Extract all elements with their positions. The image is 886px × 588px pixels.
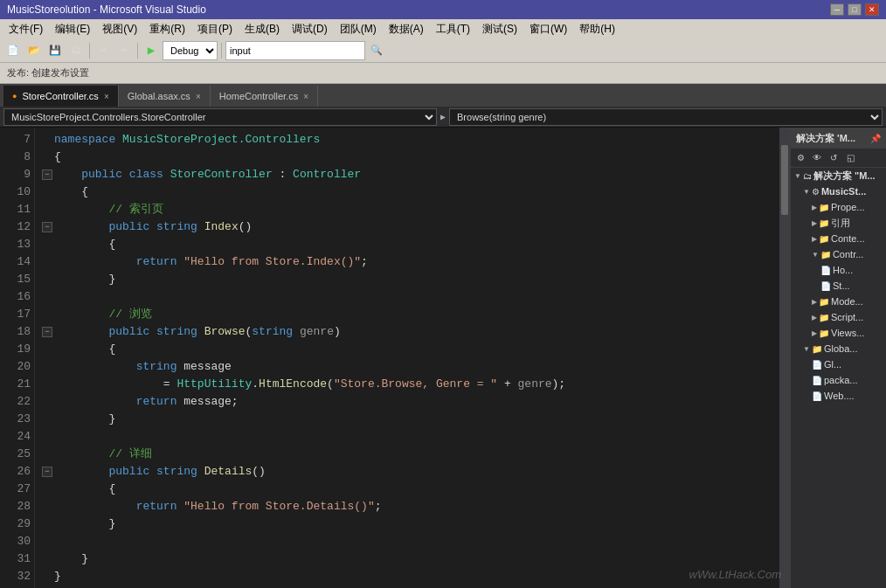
- se-item-views[interactable]: ▶ 📁 Views...: [791, 325, 886, 341]
- separator-1: [89, 43, 90, 59]
- code-content[interactable]: namespace MusicStoreProject.Controllers …: [35, 128, 779, 588]
- expand-arrow: ▶: [812, 298, 817, 306]
- collapse-btn-9[interactable]: −: [42, 169, 52, 180]
- tab-close-icon[interactable]: ×: [303, 92, 308, 101]
- se-solution-label: 解决方案 "M...: [813, 169, 876, 183]
- folder-icon: 📁: [819, 234, 829, 244]
- menu-view[interactable]: 视图(V): [97, 20, 142, 38]
- se-item-controllers[interactable]: ▼ 📁 Contr...: [791, 246, 886, 262]
- se-refresh-button[interactable]: ↺: [826, 150, 841, 166]
- menu-tools[interactable]: 工具(T): [431, 20, 475, 38]
- se-title: 解决方案 'M...: [796, 132, 855, 145]
- se-item-global-asax[interactable]: 📄 Gl...: [791, 356, 886, 372]
- se-item-global-folder[interactable]: ▼ 📁 Globa...: [791, 341, 886, 356]
- minimize-button[interactable]: ─: [830, 3, 844, 16]
- expand-arrow: ▶: [812, 314, 817, 322]
- new-project-button[interactable]: 📄: [3, 41, 23, 60]
- menu-edit[interactable]: 编辑(E): [50, 20, 95, 38]
- folder-icon: 📁: [819, 218, 829, 228]
- code-line-27: {: [42, 481, 772, 498]
- solution-explorer: 解决方案 'M... 📌 ⚙ 👁 ↺ ◱ ▼ 🗂 解决方案 "M... ▼ ⚙ …: [790, 128, 886, 588]
- code-editor[interactable]: 7 8 9 10 11 12 13 14 15 16 17 18 19 20 2…: [0, 128, 779, 588]
- se-item-scripts[interactable]: ▶ 📁 Script...: [791, 309, 886, 325]
- menu-test[interactable]: 测试(S): [477, 20, 523, 38]
- se-item-storecontroller[interactable]: 📄 St...: [791, 278, 886, 294]
- menu-file[interactable]: 文件(F): [3, 20, 48, 38]
- se-collapse-button[interactable]: ◱: [842, 150, 858, 166]
- code-line-29: }: [42, 515, 772, 533]
- menu-project[interactable]: 项目(P): [192, 20, 238, 38]
- tab-homecontroller[interactable]: HomeController.cs ×: [211, 86, 318, 107]
- class-nav-dropdown[interactable]: MusicStoreProject.Controllers.StoreContr…: [3, 108, 437, 126]
- tab-label: Global.asax.cs: [128, 91, 190, 101]
- se-controllers-label: Contr...: [833, 249, 863, 259]
- se-properties-button[interactable]: ⚙: [793, 150, 808, 166]
- vertical-scrollbar[interactable]: [779, 128, 790, 588]
- se-item-musicstore[interactable]: ▼ ⚙ MusicSt...: [791, 183, 886, 199]
- expand-arrow: ▼: [812, 251, 819, 259]
- collapse-btn-26[interactable]: −: [42, 467, 52, 477]
- search-button[interactable]: 🔍: [367, 41, 386, 60]
- code-line-16: [42, 288, 772, 306]
- start-button[interactable]: ▶: [142, 41, 161, 60]
- open-button[interactable]: 📂: [24, 41, 44, 60]
- maximize-button[interactable]: □: [848, 3, 862, 16]
- separator-2: [137, 43, 138, 59]
- se-content-label: Conte...: [831, 233, 865, 244]
- code-line-28: return "Hello from Store.Details()";: [42, 498, 772, 515]
- code-line-11: // 索引页: [42, 201, 772, 218]
- code-line-23: }: [42, 411, 772, 428]
- se-homecontroller-label: Ho...: [833, 265, 853, 275]
- collapse-btn-12[interactable]: −: [42, 222, 52, 232]
- se-item-models[interactable]: ▶ 📁 Mode...: [791, 294, 886, 309]
- folder-icon: 📁: [819, 203, 829, 212]
- se-show-all-button[interactable]: 👁: [809, 150, 825, 166]
- se-item-properties[interactable]: ▶ 📁 Prope...: [791, 199, 886, 215]
- se-pin-icon[interactable]: 📌: [870, 134, 881, 143]
- se-properties-label: Prope...: [831, 202, 865, 212]
- se-item-solution[interactable]: ▼ 🗂 解决方案 "M...: [791, 168, 886, 183]
- main-toolbar: 📄 📂 💾 🗂 ↩ ↪ ▶ Debug 🔍: [0, 38, 886, 63]
- file-icon: 📄: [820, 266, 831, 275]
- se-item-references[interactable]: ▶ 📁 引用: [791, 215, 886, 231]
- expand-arrow: ▼: [803, 188, 810, 196]
- tab-close-icon[interactable]: ×: [196, 92, 201, 101]
- title-bar: MusicStoreolution - Microsoft Visual Stu…: [0, 0, 886, 19]
- project-icon: ⚙: [812, 187, 820, 197]
- member-nav-dropdown[interactable]: Browse(string genre): [449, 108, 883, 126]
- menu-team[interactable]: 团队(M): [335, 20, 382, 38]
- close-button[interactable]: ✕: [865, 3, 879, 16]
- se-toolbar: ⚙ 👁 ↺ ◱: [791, 149, 886, 168]
- se-item-homecontroller[interactable]: 📄 Ho...: [791, 262, 886, 278]
- undo-button[interactable]: ↩: [93, 41, 113, 60]
- se-item-webconfig[interactable]: 📄 Web....: [791, 388, 886, 404]
- debug-config-dropdown[interactable]: Debug: [163, 41, 218, 60]
- collapse-btn-18[interactable]: −: [42, 327, 52, 337]
- tab-close-icon[interactable]: ×: [104, 92, 109, 101]
- window-controls: ─ □ ✕: [830, 3, 879, 16]
- menu-refactor[interactable]: 重构(R): [144, 20, 190, 38]
- save-button[interactable]: 💾: [45, 41, 65, 60]
- menu-data[interactable]: 数据(A): [384, 20, 429, 38]
- search-input[interactable]: [225, 41, 365, 60]
- solution-icon: 🗂: [803, 171, 812, 181]
- se-storecontroller-label: St...: [833, 280, 850, 291]
- se-item-content[interactable]: ▶ 📁 Conte...: [791, 231, 886, 246]
- se-views-label: Views...: [831, 328, 864, 338]
- se-item-packages[interactable]: 📄 packa...: [791, 372, 886, 388]
- redo-button[interactable]: ↪: [114, 41, 134, 60]
- line-numbers: 7 8 9 10 11 12 13 14 15 16 17 18 19 20 2…: [0, 128, 35, 588]
- menu-debug[interactable]: 调试(D): [287, 20, 333, 38]
- nav-bar: MusicStoreProject.Controllers.StoreContr…: [0, 107, 886, 128]
- menu-help[interactable]: 帮助(H): [574, 20, 620, 38]
- se-scripts-label: Script...: [831, 312, 863, 322]
- save-all-button[interactable]: 🗂: [66, 41, 86, 60]
- menu-build[interactable]: 生成(B): [239, 20, 285, 38]
- code-line-20: string message: [42, 358, 772, 376]
- code-line-31: }: [42, 550, 772, 568]
- code-line-24: [42, 428, 772, 446]
- scrollbar-thumb[interactable]: [781, 145, 788, 215]
- tab-global[interactable]: Global.asax.cs ×: [119, 86, 211, 107]
- tab-storecontroller[interactable]: ● StoreController.cs ×: [3, 86, 119, 107]
- menu-window[interactable]: 窗口(W): [524, 20, 572, 38]
